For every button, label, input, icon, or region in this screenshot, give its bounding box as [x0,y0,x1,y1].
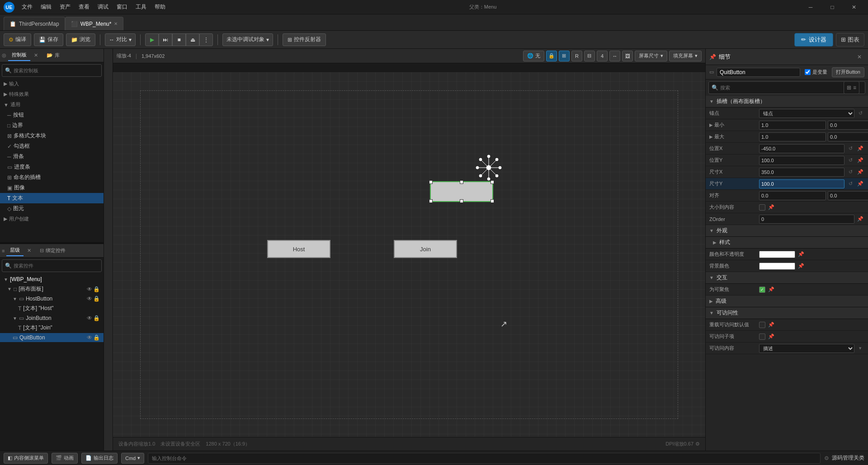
accessible-child-pin[interactable]: 📌 [767,333,775,341]
style-section-header[interactable]: ▶ 样式 [706,237,868,249]
save-button[interactable]: 💾 保存 [34,33,63,46]
canvas-grid-btn[interactable]: ⊞ [559,51,570,61]
canvas-join-button[interactable]: Join [394,240,457,258]
palette-item-border[interactable]: □ 边界 [0,120,104,131]
advanced-section-header[interactable]: ▶ 高级 [706,296,868,307]
palette-item-slider[interactable]: ─ 滑条 [0,151,104,162]
maximize-button[interactable]: □ [822,0,843,14]
join-lock-icon[interactable]: 🔒 [93,315,100,321]
menu-help[interactable]: 帮助 [151,1,169,13]
max-x-input[interactable] [759,132,826,141]
canvas-R-btn[interactable]: R [571,51,582,61]
detail-search-input[interactable] [720,85,839,90]
handle-tl[interactable] [429,180,433,184]
quit-vis-icon[interactable]: 👁 [87,334,92,341]
console-input[interactable] [148,453,821,464]
palette-item-richtext[interactable]: ⊠ 多格式文本块 [0,131,104,141]
zorder-input[interactable] [759,215,854,224]
tree-root[interactable]: ▼ [WBP_Menu] [0,275,104,284]
open-button-btn[interactable]: 打开Button [832,67,864,77]
anchor-select[interactable]: 锚点 [759,109,854,118]
detail-grid-icon[interactable]: ⊞ [847,85,851,91]
color-opacity-swatch[interactable] [759,251,795,258]
menu-window[interactable]: 窗口 [113,1,131,13]
color-opacity-pin[interactable]: 📌 [797,250,805,258]
zorder-pin[interactable]: 📌 [856,215,864,223]
is-variable-checkbox[interactable] [805,69,811,75]
align-y-input[interactable] [828,191,868,200]
compile-button[interactable]: ⚙ 编译 [4,33,31,46]
posy-pin[interactable]: 📌 [856,156,864,164]
layers-tab[interactable]: 层级 [6,245,24,256]
palette-search-input[interactable] [14,68,99,73]
layer-search-input[interactable] [14,263,99,268]
canvas-globe-btn[interactable]: 🌐 无 [523,51,544,61]
stop-button[interactable]: ■ [172,33,186,46]
tab-thirdpersonmap[interactable]: 📋 ThirdPersonMap [4,17,65,30]
host-lock-icon[interactable]: 🔒 [93,296,100,302]
canvas-screen-size-btn[interactable]: 屏幕尺寸 ▾ [635,51,667,61]
play-button[interactable]: ▶ [145,33,159,46]
layers-close[interactable]: ✕ [25,247,33,254]
tree-join-text[interactable]: T [文本] "Join" [0,323,104,333]
detail-list-icon[interactable]: ≡ [853,85,856,91]
bg-color-pin[interactable]: 📌 [797,262,805,270]
tree-host-button[interactable]: ▼ ▭ HostButton 👁 🔒 [0,294,104,303]
focusable-checkbox[interactable]: ✓ [759,287,765,293]
canvas-num-btn[interactable]: 4 [597,51,608,61]
menu-tools[interactable]: 工具 [132,1,150,13]
sizey-input[interactable] [759,179,844,188]
palette-item-namedslot[interactable]: ⊞ 命名的插槽 [0,172,104,183]
table-button[interactable]: ⊞ 图表 [836,33,864,47]
sizey-pin[interactable]: 📌 [856,180,864,188]
output-btn[interactable]: 📄 输出日志 [81,453,118,464]
palette-item-figure[interactable]: ◇ 图元 [0,203,104,214]
anchor-reset[interactable]: ↺ [856,109,864,117]
menu-debug[interactable]: 调试 [94,1,112,13]
quit-lock-icon[interactable]: 🔒 [93,334,100,341]
canvas-img-btn[interactable]: 🖼 [622,51,633,61]
component-reflector-button[interactable]: ⊞ 控件反射器 [283,33,326,46]
design-button[interactable]: ✏ 设计器 [794,33,833,47]
accessible-child-checkbox[interactable] [759,333,765,340]
canvas-quit-button[interactable] [430,181,493,202]
widget-name-input[interactable] [717,68,800,77]
animation-btn[interactable]: 🎬 动画 [52,453,78,464]
tree-join-button[interactable]: ▼ ▭ JoinButton 👁 🔒 [0,314,104,323]
menu-asset[interactable]: 资产 [56,1,74,13]
palette-tab[interactable]: 控制板 [8,50,30,61]
palette-item-button[interactable]: ─ 按钮 [0,110,104,120]
sizex-reset[interactable]: ↺ [846,168,854,176]
slot-section-header[interactable]: ▼ 插槽（画布面板槽） [706,96,868,108]
bind-tab[interactable]: ⊟ 绑定控件 [36,245,69,256]
posx-pin[interactable]: 📌 [856,145,864,153]
bg-color-swatch[interactable] [759,263,795,270]
debug-target-dropdown[interactable]: 未选中调试对象 ▾ [222,33,273,46]
join-vis-icon[interactable]: 👁 [87,315,92,321]
menu-file[interactable]: 文件 [18,1,36,13]
eject-button[interactable]: ⏏ [186,33,199,46]
appearance-section-header[interactable]: ▼ 外观 [706,225,868,237]
accessible-summary-select[interactable]: 摘述 [759,344,854,353]
host-vis-icon[interactable]: 👁 [87,296,92,302]
play-options-button[interactable]: ⋮ [199,33,213,46]
dpi-settings-icon[interactable]: ⚙ [695,441,700,447]
step-button[interactable]: ⏭ [159,33,172,46]
canvas-fill-btn[interactable]: 填充屏幕 ▾ [669,51,702,61]
sizex-pin[interactable]: 📌 [856,168,864,176]
handle-tm[interactable] [460,180,463,184]
focusable-pin[interactable]: 📌 [767,286,775,294]
override-checkbox[interactable] [759,322,765,328]
browse-button[interactable]: 📁 浏览 [66,33,95,46]
handle-bl[interactable] [429,199,433,203]
palette-item-progress[interactable]: ▭ 进度条 [0,162,104,172]
menu-edit[interactable]: 编辑 [37,1,55,13]
close-button[interactable]: ✕ [844,0,864,14]
palette-item-checkbox[interactable]: ✓ 勾选框 [0,141,104,151]
accessibility-section-header[interactable]: ▼ 可访问性 [706,307,868,319]
handle-br[interactable] [491,199,494,203]
handle-bm[interactable] [460,199,463,203]
align-x-input[interactable] [759,191,826,200]
override-pin[interactable]: 📌 [767,321,775,329]
tree-canvas-panel[interactable]: ▼ □ [画布面板] 👁 🔒 [0,284,104,294]
